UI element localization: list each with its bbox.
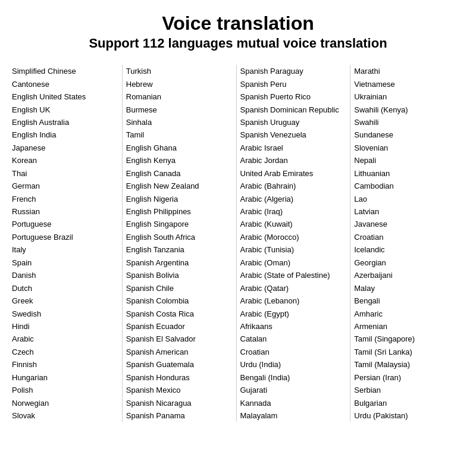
list-item: Arabic (Lebanon) [240, 295, 347, 307]
list-item: Malay [354, 282, 461, 295]
page-header: Voice translation Support 112 languages … [12, 12, 464, 53]
list-item: Swahili [354, 116, 461, 129]
list-item: Lithuanian [354, 167, 461, 180]
list-item: Spanish Uruguay [240, 116, 347, 129]
list-item: English Ghana [126, 142, 233, 154]
list-item: Spanish Venezuela [240, 129, 347, 141]
list-item: English Australia [12, 116, 118, 129]
list-item: Arabic (Bahrain) [240, 180, 347, 192]
list-item: Arabic Israel [240, 142, 347, 154]
list-item: Arabic (Tunisia) [240, 243, 347, 256]
list-item: Bulgarian [354, 397, 461, 409]
list-item: United Arab Emirates [240, 167, 347, 180]
list-item: Spanish Honduras [126, 371, 233, 384]
list-item: Spanish American [126, 346, 233, 358]
list-item: Malayalam [240, 409, 347, 422]
list-item: English New Zealand [126, 180, 233, 192]
language-column-1: Simplified ChineseCantoneseEnglish Unite… [12, 65, 123, 422]
list-item: Spanish Guatemala [126, 358, 233, 371]
list-item: Swedish [12, 308, 118, 320]
list-item: Portuguese [12, 218, 118, 230]
list-item: Arabic (Morocco) [240, 231, 347, 243]
list-item: Finnish [12, 358, 118, 371]
list-item: English South Africa [126, 231, 233, 243]
language-column-4: MarathiVietnameseUkrainianSwahili (Kenya… [350, 65, 464, 422]
list-item: Sinhala [126, 116, 233, 129]
list-item: Hebrew [126, 78, 233, 90]
list-item: Polish [12, 384, 118, 396]
list-item: Dutch [12, 282, 118, 295]
list-item: Thai [12, 167, 118, 180]
list-item: Armenian [354, 320, 461, 333]
list-item: Lao [354, 193, 461, 205]
list-item: Spanish Mexico [126, 384, 233, 396]
list-item: Arabic (Oman) [240, 256, 347, 269]
list-item: Spanish Panama [126, 409, 233, 422]
list-item: Urdu (India) [240, 358, 347, 371]
list-item: Portuguese Brazil [12, 231, 118, 243]
list-item: Spain [12, 256, 118, 269]
list-item: Amharic [354, 308, 461, 320]
list-item: Italy [12, 243, 118, 256]
list-item: Bengali [354, 295, 461, 307]
list-item: Arabic (Iraq) [240, 205, 347, 218]
list-item: Arabic (State of Palestine) [240, 269, 347, 281]
list-item: Hindi [12, 320, 118, 333]
list-item: English Singapore [126, 218, 233, 230]
list-item: English Kenya [126, 154, 233, 167]
list-item: Arabic (Algeria) [240, 193, 347, 205]
language-column-2: TurkishHebrewRomanianBurmeseSinhalaTamil… [123, 65, 237, 422]
list-item: Burmese [126, 104, 233, 116]
list-item: Cantonese [12, 78, 118, 90]
list-item: Tamil (Malaysia) [354, 358, 461, 371]
list-item: Danish [12, 269, 118, 281]
list-item: German [12, 180, 118, 192]
list-item: Icelandic [354, 243, 461, 256]
list-item: Japanese [12, 142, 118, 154]
list-item: Norwegian [12, 397, 118, 409]
list-item: Spanish Chile [126, 282, 233, 295]
sub-title: Support 112 languages mutual voice trans… [12, 35, 464, 53]
list-item: Russian [12, 205, 118, 218]
list-item: Spanish Dominican Republic [240, 104, 347, 116]
list-item: English UK [12, 104, 118, 116]
list-item: Hungarian [12, 371, 118, 384]
list-item: Afrikaans [240, 320, 347, 333]
list-item: Czech [12, 346, 118, 358]
list-item: Bengali (India) [240, 371, 347, 384]
list-item: Turkish [126, 65, 233, 77]
list-item: Persian (Iran) [354, 371, 461, 384]
list-item: Spanish Argentina [126, 256, 233, 269]
list-item: Marathi [354, 65, 461, 77]
list-item: Azerbaijani [354, 269, 461, 281]
list-item: Vietnamese [354, 78, 461, 90]
list-item: Javanese [354, 218, 461, 230]
list-item: Tamil (Sri Lanka) [354, 346, 461, 358]
list-item: Sundanese [354, 129, 461, 141]
list-item: Serbian [354, 384, 461, 396]
list-item: Arabic (Kuwait) [240, 218, 347, 230]
list-item: Korean [12, 154, 118, 167]
list-item: English India [12, 129, 118, 141]
list-item: Romanian [126, 90, 233, 103]
list-item: Arabic (Egypt) [240, 308, 347, 320]
list-item: Tamil [126, 129, 233, 141]
list-item: English Tanzania [126, 243, 233, 256]
list-item: Slovak [12, 409, 118, 422]
list-item: Georgian [354, 256, 461, 269]
list-item: Spanish Ecuador [126, 320, 233, 333]
list-item: Arabic [12, 333, 118, 345]
language-columns: Simplified ChineseCantoneseEnglish Unite… [12, 65, 464, 422]
list-item: Spanish Nicaragua [126, 397, 233, 409]
list-item: Croatian [240, 346, 347, 358]
list-item: Nepali [354, 154, 461, 167]
list-item: Spanish Bolivia [126, 269, 233, 281]
list-item: Spanish Costa Rica [126, 308, 233, 320]
list-item: English Philippines [126, 205, 233, 218]
main-title: Voice translation [12, 12, 464, 35]
list-item: French [12, 193, 118, 205]
list-item: English Nigeria [126, 193, 233, 205]
list-item: Cambodian [354, 180, 461, 192]
language-column-3: Spanish ParaguaySpanish PeruSpanish Puer… [237, 65, 351, 422]
list-item: Spanish El Salvador [126, 333, 233, 345]
